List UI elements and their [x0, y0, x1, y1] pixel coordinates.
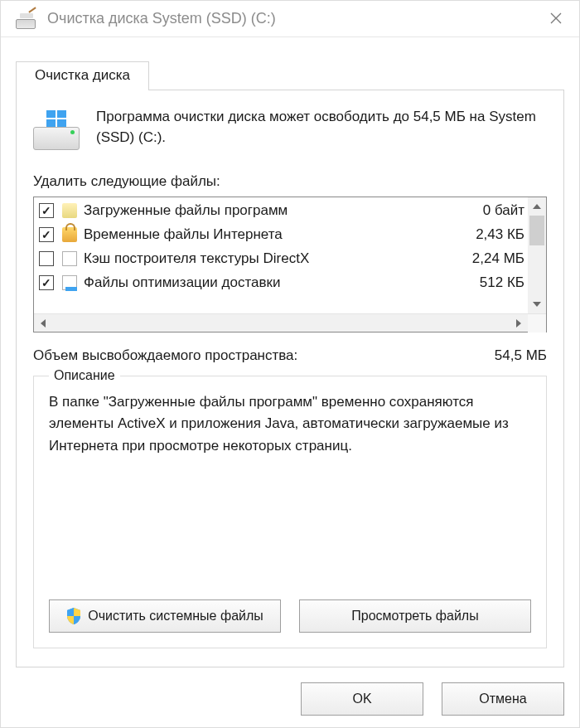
- titlebar: Очистка диска System (SSD) (C:): [1, 1, 579, 37]
- tab-content: Программа очистки диска может освободить…: [16, 90, 564, 667]
- total-gain-label: Объем высвобождаемого пространства:: [33, 347, 297, 364]
- vertical-scrollbar[interactable]: [528, 197, 546, 313]
- drive-icon: [33, 110, 80, 150]
- item-checkbox[interactable]: [39, 251, 54, 266]
- close-button[interactable]: [536, 1, 576, 37]
- list-item[interactable]: ✓Загруженные файлы программ0 байт: [34, 198, 528, 222]
- description-legend: Описание: [49, 368, 120, 383]
- description-text: В папке "Загруженные файлы программ" вре…: [49, 391, 531, 588]
- item-size: 2,43 КБ: [476, 226, 524, 243]
- description-group: Описание В папке "Загруженные файлы прог…: [33, 376, 547, 648]
- info-row: Программа очистки диска может освободить…: [33, 107, 547, 150]
- item-checkbox[interactable]: ✓: [39, 227, 54, 242]
- uac-shield-icon: [66, 608, 81, 624]
- item-label: Загруженные файлы программ: [84, 202, 476, 219]
- item-size: 2,24 МБ: [472, 250, 524, 267]
- item-label: Файлы оптимизации доставки: [84, 274, 473, 291]
- info-text: Программа очистки диска может освободить…: [96, 107, 547, 150]
- total-gain-row: Объем высвобождаемого пространства: 54,5…: [33, 347, 547, 364]
- view-files-label: Просмотреть файлы: [351, 609, 478, 624]
- folder-icon: [62, 203, 77, 218]
- scroll-right-button[interactable]: [510, 314, 528, 332]
- files-list: ✓Загруженные файлы программ0 байт✓Времен…: [33, 197, 547, 332]
- item-size: 0 байт: [483, 202, 524, 219]
- item-checkbox[interactable]: ✓: [39, 275, 54, 290]
- files-list-label: Удалить следующие файлы:: [33, 173, 547, 190]
- item-label: Кэш построителя текстуры DirectX: [84, 250, 466, 267]
- horizontal-scrollbar[interactable]: [34, 313, 546, 332]
- tab-disk-cleanup[interactable]: Очистка диска: [16, 61, 149, 90]
- disk-cleanup-icon: [16, 9, 36, 29]
- file-icon: [62, 251, 77, 266]
- clean-system-files-button[interactable]: Очистить системные файлы: [49, 599, 281, 633]
- scroll-left-button[interactable]: [34, 314, 52, 332]
- list-item[interactable]: ✓Временные файлы Интернета2,43 КБ: [34, 222, 528, 246]
- item-size: 512 КБ: [480, 274, 524, 291]
- view-files-button[interactable]: Просмотреть файлы: [299, 599, 531, 633]
- clean-system-files-label: Очистить системные файлы: [88, 609, 263, 624]
- list-item[interactable]: Кэш построителя текстуры DirectX2,24 МБ: [34, 246, 528, 270]
- list-item[interactable]: ✓Файлы оптимизации доставки512 КБ: [34, 270, 528, 294]
- file-icon: [62, 275, 77, 290]
- item-checkbox[interactable]: ✓: [39, 203, 54, 218]
- scroll-up-button[interactable]: [528, 197, 546, 216]
- total-gain-value: 54,5 МБ: [495, 347, 547, 364]
- scroll-thumb[interactable]: [529, 216, 544, 245]
- window-title: Очистка диска System (SSD) (C:): [47, 10, 536, 27]
- dialog-footer: OK Отмена: [16, 667, 564, 716]
- scroll-down-button[interactable]: [528, 295, 546, 313]
- disk-cleanup-window: Очистка диска System (SSD) (C:) Очистка …: [0, 0, 580, 728]
- tab-strip: Очистка диска: [16, 61, 564, 90]
- ok-button[interactable]: OK: [301, 682, 423, 716]
- close-icon: [550, 9, 562, 28]
- lock-icon: [62, 227, 77, 242]
- cancel-button[interactable]: Отмена: [442, 682, 564, 716]
- item-label: Временные файлы Интернета: [84, 226, 469, 243]
